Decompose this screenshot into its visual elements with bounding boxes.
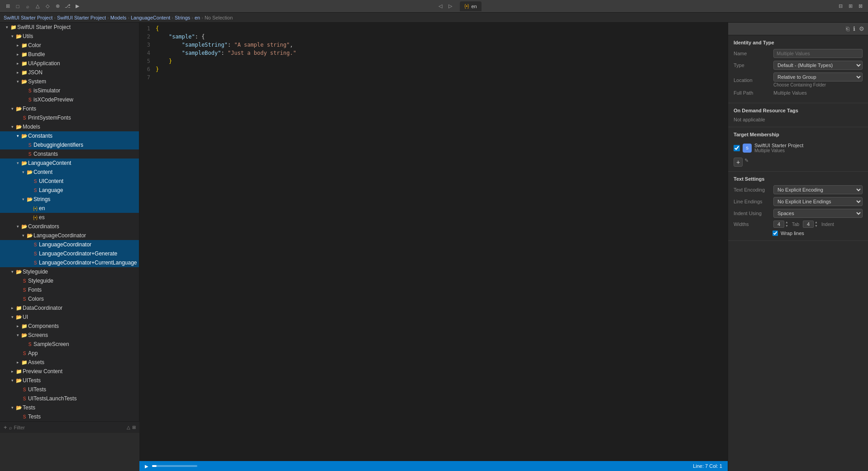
progress-bar xyxy=(152,465,197,467)
layout2-icon[interactable]: ⊞ xyxy=(846,2,854,10)
sidebar-item-json[interactable]: 📁 JSON xyxy=(0,68,139,77)
sidebar-item-languagecoordinator-file[interactable]: S LanguageCoordinator xyxy=(0,240,139,249)
sidebar-item-uiapplication[interactable]: 📁 UIApplication xyxy=(0,59,139,68)
sidebar-item-root[interactable]: 📁 SwiftUI Starter Project xyxy=(0,23,139,32)
sidebar-item-ui[interactable]: 📂 UI xyxy=(0,312,139,322)
encoding-select[interactable]: No Explicit Encoding xyxy=(773,185,863,194)
sidebar-item-issimulator[interactable]: S isSimulator xyxy=(0,86,139,95)
breadcrumb-item-5[interactable]: Strings xyxy=(175,15,190,20)
sidebar-item-strings-folder[interactable]: 📂 Strings xyxy=(0,195,139,204)
edit-target-button[interactable]: ✎ xyxy=(744,158,749,167)
sidebar-item-en[interactable]: {•} en xyxy=(0,204,139,213)
diamond-icon[interactable]: ◇ xyxy=(43,2,52,10)
line-endings-select[interactable]: No Explicit Line Endings xyxy=(773,197,863,206)
filter-grid-icon[interactable]: ⊞ xyxy=(132,425,136,430)
search-icon[interactable]: ⌕ xyxy=(24,2,32,10)
name-input[interactable] xyxy=(773,49,863,58)
sidebar-item-uicontent[interactable]: S UIContent xyxy=(0,177,139,186)
sidebar-item-constants-folder[interactable]: 📂 Constants xyxy=(0,131,139,140)
sidebar-item-fonts[interactable]: 📂 Fonts xyxy=(0,104,139,113)
swift-icon: S xyxy=(32,242,39,247)
chevron-icon xyxy=(14,78,21,85)
settings-icon[interactable]: ⚙ xyxy=(859,25,864,32)
folder-icon[interactable]: ⊞ xyxy=(4,2,12,10)
sidebar-item-system[interactable]: 📂 System xyxy=(0,77,139,86)
breadcrumb-item-3[interactable]: Models xyxy=(110,15,126,20)
sidebar-item-uitests-folder[interactable]: 📂 UITests xyxy=(0,376,139,385)
sidebar-item-languagecontent[interactable]: 📂 LanguageContent xyxy=(0,159,139,168)
sidebar-item-bundle[interactable]: 📁 Bundle xyxy=(0,50,139,59)
breadcrumb-item-1[interactable]: SwiftUI Starter Project xyxy=(4,15,52,20)
breadcrumb-item-4[interactable]: LanguageContent xyxy=(131,15,170,20)
nav-fwd-icon[interactable]: ▷ xyxy=(446,2,454,10)
sidebar-item-components[interactable]: 📁 Components xyxy=(0,322,139,331)
info-icon[interactable]: ℹ xyxy=(853,25,855,32)
terminal-icon[interactable]: ▶ xyxy=(73,2,81,10)
chevron-icon xyxy=(14,323,21,329)
indent-up-arrow[interactable]: ▲ xyxy=(815,221,818,224)
sidebar-item-utils[interactable]: 📂 Utils xyxy=(0,32,139,41)
sidebar-item-uitestslaunch[interactable]: S UITestsLaunchTests xyxy=(0,394,139,403)
add-target-button[interactable]: + xyxy=(734,158,743,167)
layout3-icon[interactable]: ⊠ xyxy=(856,2,864,10)
sidebar-item-isxcodepreview[interactable]: S isXCodePreview xyxy=(0,95,139,104)
sidebar-item-preview-content[interactable]: 📁 Preview Content xyxy=(0,367,139,376)
sidebar-item-tests-folder[interactable]: 📂 Tests xyxy=(0,403,139,412)
sidebar-item-content-folder[interactable]: 📂 Content xyxy=(0,168,139,177)
square-icon[interactable]: □ xyxy=(14,2,22,10)
breadcrumb-item-2[interactable]: SwiftUI Starter Project xyxy=(57,15,106,20)
chevron-icon xyxy=(20,196,26,202)
sidebar-item-es[interactable]: {•} es xyxy=(0,213,139,222)
nav-back-icon[interactable]: ◁ xyxy=(436,2,444,10)
widths-label: Widths xyxy=(734,221,770,227)
progress-indicator: ▶ xyxy=(145,464,148,469)
breadcrumb-item-6[interactable]: en xyxy=(195,15,200,20)
plus-icon[interactable]: + xyxy=(4,424,7,431)
sidebar-item-tests-file[interactable]: S Tests xyxy=(0,412,139,421)
sidebar-item-languagecoordinator-currentlanguage[interactable]: S LanguageCoordinator+CurrentLanguage xyxy=(0,258,139,267)
sidebar-item-samplescreen[interactable]: S SampleScreen xyxy=(0,340,139,349)
tab-up-arrow[interactable]: ▲ xyxy=(785,221,788,224)
tab-down-arrow[interactable]: ▼ xyxy=(785,224,788,228)
resource-tags-title: On Demand Resource Tags xyxy=(734,108,863,113)
code-content[interactable]: 1 { 2 "sample": { 3 "sampleString": "A s… xyxy=(139,23,728,461)
git-icon[interactable]: ⎇ xyxy=(63,2,72,10)
chevron-icon xyxy=(9,404,15,411)
sidebar-item-colors-file[interactable]: S Colors xyxy=(0,294,139,303)
wrap-lines-checkbox[interactable] xyxy=(773,231,778,236)
sidebar-item-app[interactable]: S App xyxy=(0,349,139,358)
sidebar-item-fonts-file[interactable]: S Fonts xyxy=(0,285,139,294)
sidebar-item-color[interactable]: 📁 Color xyxy=(0,41,139,50)
sidebar-item-constants-file[interactable]: S Constants xyxy=(0,149,139,159)
fullpath-value: Multiple Values xyxy=(773,90,863,96)
sidebar-item-styleguide-folder[interactable]: 📂 Styleguide xyxy=(0,267,139,276)
layout1-icon[interactable]: ⊟ xyxy=(836,2,844,10)
sidebar-item-debuggingidentifiers[interactable]: S DebuggingIdentifiers xyxy=(0,140,139,149)
encoding-row: Text Encoding No Explicit Encoding xyxy=(734,185,863,194)
warning-icon[interactable]: △ xyxy=(33,2,42,10)
location-select[interactable]: Relative to Group xyxy=(773,72,863,82)
sidebar-item-datacoordinator[interactable]: 📁 DataCoordinator xyxy=(0,303,139,312)
link-icon[interactable]: ⎗ xyxy=(846,25,849,32)
indent-width-input[interactable] xyxy=(803,221,814,228)
type-select[interactable]: Default - (Multiple Types) xyxy=(773,61,863,70)
file-navigator: 📁 SwiftUI Starter Project 📂 Utils 📁 Colo… xyxy=(0,23,139,421)
breadcrumb-no-selection: No Selection xyxy=(205,15,233,20)
sidebar-item-uitests-file[interactable]: S UITests xyxy=(0,385,139,394)
sidebar-item-printsystemfonts[interactable]: S PrintSystemFonts xyxy=(0,113,139,122)
sidebar-item-assets[interactable]: 📁 Assets xyxy=(0,358,139,367)
sidebar-item-language[interactable]: S Language xyxy=(0,186,139,195)
sidebar-item-coordinators[interactable]: 📂 Coordinators xyxy=(0,222,139,231)
tab-width-input[interactable] xyxy=(773,221,784,228)
indent-down-arrow[interactable]: ▼ xyxy=(815,224,818,228)
sidebar-item-styleguide-file[interactable]: S Styleguide xyxy=(0,276,139,285)
sidebar-item-languagecoordinator-folder[interactable]: 📂 LanguageCoordinator xyxy=(0,231,139,240)
target-checkbox[interactable] xyxy=(734,145,740,151)
filter-input[interactable] xyxy=(14,425,125,430)
lock-icon[interactable]: ⊗ xyxy=(53,2,62,10)
sidebar-item-languagecoordinator-generate[interactable]: S LanguageCoordinator+Generate xyxy=(0,249,139,258)
active-tab[interactable]: {•} en xyxy=(460,1,481,11)
indent-using-select[interactable]: Spaces xyxy=(773,209,863,218)
sidebar-item-screens[interactable]: 📂 Screens xyxy=(0,331,139,340)
sidebar-item-models[interactable]: 📂 Models xyxy=(0,122,139,131)
